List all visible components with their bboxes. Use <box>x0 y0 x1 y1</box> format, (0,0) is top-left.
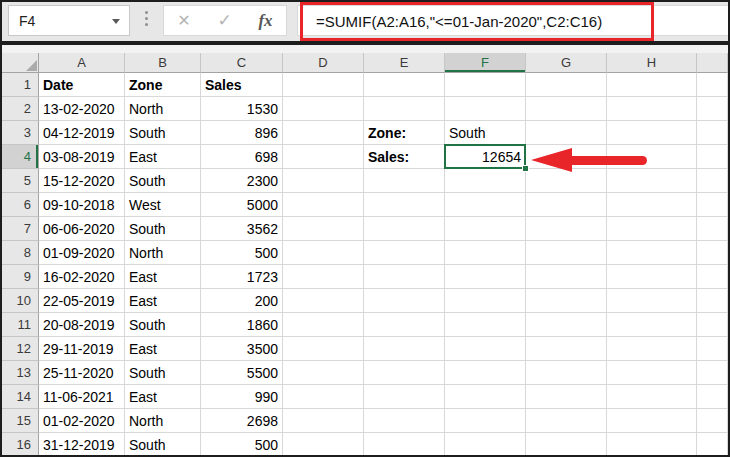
cell[interactable]: 22-05-2019 <box>39 289 125 313</box>
name-box[interactable]: F4 <box>8 5 130 36</box>
cell[interactable] <box>364 97 445 121</box>
cell[interactable]: South <box>125 313 201 337</box>
cell[interactable] <box>283 193 364 217</box>
row-header-10[interactable]: 10 <box>2 289 39 313</box>
cell[interactable] <box>607 193 697 217</box>
cell[interactable] <box>364 409 445 433</box>
cell[interactable] <box>697 385 728 409</box>
cell[interactable] <box>607 97 697 121</box>
fill-handle[interactable] <box>522 165 529 172</box>
cell[interactable]: 500 <box>201 241 283 265</box>
row-header-12[interactable]: 12 <box>2 337 39 361</box>
cell[interactable] <box>445 337 526 361</box>
cell[interactable] <box>364 313 445 337</box>
cell[interactable] <box>607 433 697 457</box>
cell[interactable] <box>697 409 728 433</box>
cell[interactable]: 5500 <box>201 361 283 385</box>
row-header-16[interactable]: 16 <box>2 433 39 457</box>
cell[interactable] <box>283 313 364 337</box>
cell[interactable]: 01-09-2020 <box>39 241 125 265</box>
cell[interactable] <box>607 169 697 193</box>
cell-B1[interactable]: Zone <box>125 73 201 97</box>
cell[interactable] <box>364 433 445 457</box>
cell[interactable] <box>697 169 728 193</box>
cell[interactable] <box>445 241 526 265</box>
row-header-3[interactable]: 3 <box>2 121 39 145</box>
cell[interactable] <box>526 241 607 265</box>
column-header-A[interactable]: A <box>39 53 125 73</box>
cell-F4-selected[interactable]: 12654 <box>445 145 526 169</box>
row-header-13[interactable]: 13 <box>2 361 39 385</box>
cell[interactable] <box>607 409 697 433</box>
cell[interactable] <box>283 97 364 121</box>
cell[interactable] <box>283 145 364 169</box>
cell[interactable] <box>283 241 364 265</box>
cell[interactable]: South <box>125 433 201 457</box>
cell[interactable]: South <box>125 121 201 145</box>
cell[interactable] <box>364 361 445 385</box>
cell[interactable]: 896 <box>201 121 283 145</box>
row-header-2[interactable]: 2 <box>2 97 39 121</box>
cell[interactable]: South <box>125 169 201 193</box>
chevron-down-icon[interactable] <box>112 19 120 24</box>
row-header-14[interactable]: 14 <box>2 385 39 409</box>
cell-E4[interactable]: Sales: <box>364 145 445 169</box>
cell[interactable]: 1530 <box>201 97 283 121</box>
cell[interactable]: East <box>125 385 201 409</box>
column-header-partial[interactable] <box>697 53 728 73</box>
cell[interactable]: 31-12-2019 <box>39 433 125 457</box>
cell[interactable] <box>445 217 526 241</box>
row-header-7[interactable]: 7 <box>2 217 39 241</box>
column-header-B[interactable]: B <box>125 53 201 73</box>
cell[interactable]: 2698 <box>201 409 283 433</box>
cell[interactable] <box>697 217 728 241</box>
cell-E3[interactable]: Zone: <box>364 121 445 145</box>
cell[interactable]: 3500 <box>201 337 283 361</box>
cell[interactable] <box>364 169 445 193</box>
cell[interactable] <box>364 265 445 289</box>
cell[interactable]: East <box>125 289 201 313</box>
cell[interactable]: 25-11-2020 <box>39 361 125 385</box>
column-header-D[interactable]: D <box>283 53 364 73</box>
cell[interactable] <box>364 385 445 409</box>
column-header-H[interactable]: H <box>607 53 697 73</box>
cell[interactable] <box>364 241 445 265</box>
cell[interactable] <box>283 337 364 361</box>
cell[interactable] <box>607 361 697 385</box>
cell[interactable] <box>283 169 364 193</box>
cell[interactable]: 13-02-2020 <box>39 97 125 121</box>
cell[interactable] <box>697 73 728 97</box>
column-header-F[interactable]: F <box>445 53 526 73</box>
insert-function-icon[interactable]: fx <box>258 11 272 31</box>
cell[interactable] <box>697 121 728 145</box>
cell[interactable] <box>445 385 526 409</box>
cell[interactable] <box>607 265 697 289</box>
cell[interactable]: 990 <box>201 385 283 409</box>
cell[interactable]: 01-02-2020 <box>39 409 125 433</box>
cell[interactable] <box>445 361 526 385</box>
cell[interactable] <box>697 433 728 457</box>
cell[interactable] <box>283 433 364 457</box>
cell[interactable]: 15-12-2020 <box>39 169 125 193</box>
cell[interactable]: 5000 <box>201 193 283 217</box>
cell[interactable]: South <box>125 217 201 241</box>
cell[interactable]: 3562 <box>201 217 283 241</box>
cell[interactable] <box>445 289 526 313</box>
cell[interactable] <box>526 289 607 313</box>
cell[interactable] <box>526 361 607 385</box>
cell[interactable] <box>283 265 364 289</box>
cell[interactable] <box>526 385 607 409</box>
column-header-C[interactable]: C <box>201 53 283 73</box>
cell[interactable]: North <box>125 97 201 121</box>
cell[interactable] <box>697 265 728 289</box>
cell[interactable]: East <box>125 145 201 169</box>
cell[interactable] <box>607 217 697 241</box>
row-header-8[interactable]: 8 <box>2 241 39 265</box>
cell[interactable]: West <box>125 193 201 217</box>
cell[interactable]: 698 <box>201 145 283 169</box>
cell[interactable] <box>526 97 607 121</box>
cell[interactable] <box>283 361 364 385</box>
row-header-6[interactable]: 6 <box>2 193 39 217</box>
cell[interactable] <box>283 217 364 241</box>
cell[interactable]: North <box>125 409 201 433</box>
